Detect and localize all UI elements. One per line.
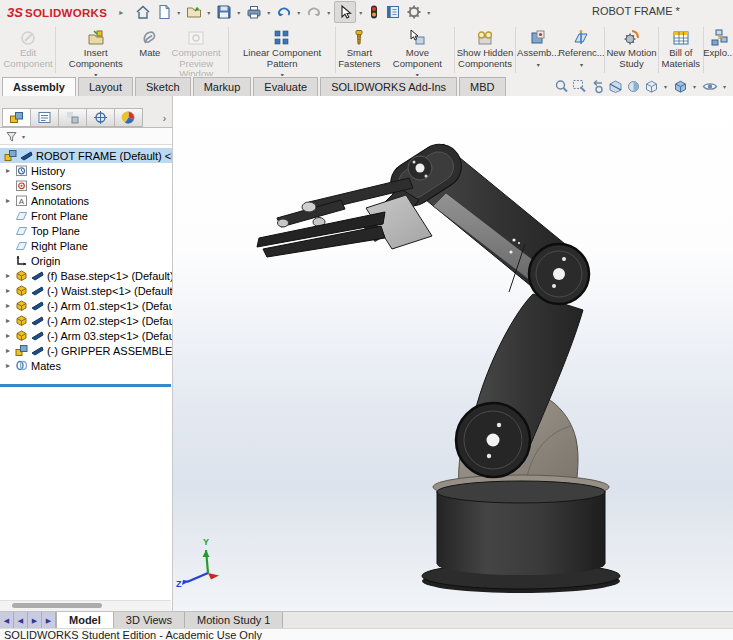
zoom-to-area-icon[interactable]: [572, 79, 587, 94]
tab-solidworks-add-ins[interactable]: SOLIDWORKS Add-Ins: [320, 77, 457, 96]
triad-y-label: Y: [203, 537, 209, 547]
ribbon-assembly-features[interactable]: Assemb... ▾: [517, 24, 559, 76]
print-icon[interactable]: [244, 2, 264, 22]
view-orientation-icon[interactable]: [644, 79, 659, 94]
ribbon-exploded-view[interactable]: Explo...: [705, 24, 733, 76]
redo-icon[interactable]: [304, 2, 324, 22]
tree-item-base[interactable]: ▸ (f) Base.step<1> (Default) <<: [0, 268, 172, 283]
new-document-icon[interactable]: [154, 2, 174, 22]
tree-item-origin[interactable]: Origin: [0, 253, 172, 268]
tab-mbd[interactable]: MBD: [459, 77, 505, 96]
zoom-to-fit-icon[interactable]: [554, 79, 569, 94]
ribbon-move-component[interactable]: Move Component ▾: [382, 24, 453, 76]
display-manager-tab[interactable]: [115, 108, 143, 127]
display-style-caret-icon[interactable]: ▾: [693, 83, 696, 90]
property-manager-tab[interactable]: [31, 108, 59, 127]
view-orientation-caret-icon[interactable]: ▾: [664, 83, 667, 90]
open-icon[interactable]: [184, 2, 204, 22]
edit-appearance-icon[interactable]: [626, 79, 641, 94]
open-caret-icon[interactable]: ▾: [207, 9, 210, 16]
print-caret-icon[interactable]: ▾: [267, 9, 270, 16]
select-caret-icon[interactable]: ▾: [359, 9, 362, 16]
save-caret-icon[interactable]: ▾: [237, 9, 240, 16]
appearance-target-icon[interactable]: [366, 2, 382, 22]
ribbon-reference-geometry[interactable]: Referenc... ▾: [559, 24, 603, 76]
first-sheet-button[interactable]: ◀: [0, 612, 14, 629]
graphics-viewport[interactable]: Y Z: [173, 96, 733, 611]
expand-arrow-icon[interactable]: ▸: [4, 361, 12, 370]
panel-expand-icon[interactable]: ›: [163, 110, 166, 127]
panel-splitter-bar[interactable]: [0, 384, 171, 387]
configuration-manager-tab[interactable]: [59, 108, 87, 127]
scrollbar-thumb[interactable]: [12, 603, 102, 608]
tree-item-arm-03[interactable]: ▸ (-) Arm 03.step<1> (Default): [0, 328, 172, 343]
undo-caret-icon[interactable]: ▾: [297, 9, 300, 16]
expand-arrow-icon[interactable]: ▸: [4, 286, 12, 295]
dimxpert-manager-tab[interactable]: [87, 108, 115, 127]
tree-item-annotations[interactable]: ▸ A Annotations: [0, 193, 172, 208]
panel-horizontal-scrollbar[interactable]: [0, 600, 171, 611]
tab-markup[interactable]: Markup: [193, 77, 252, 96]
menu-expand-icon[interactable]: ▸: [119, 8, 123, 17]
part-icon: [15, 314, 28, 327]
previous-sheet-button[interactable]: ◀: [14, 612, 28, 629]
tree-item-top-plane[interactable]: Top Plane: [0, 223, 172, 238]
options-caret-icon[interactable]: ▾: [427, 9, 430, 16]
command-manager-ribbon: Edit Component Insert Components ▾ Mate …: [0, 24, 733, 77]
tree-item-history[interactable]: ▸ History: [0, 163, 172, 178]
tree-item-arm-02[interactable]: ▸ (-) Arm 02.step<1> (Default): [0, 313, 172, 328]
tree-item-sensors[interactable]: Sensors: [0, 178, 172, 193]
tab-model[interactable]: Model: [56, 612, 114, 629]
assembly-features-caret-icon[interactable]: ▾: [537, 60, 540, 71]
hide-show-caret-icon[interactable]: ▾: [723, 83, 726, 90]
tree-item-root[interactable]: ROBOT FRAME (Default) <Displa: [0, 148, 172, 163]
expand-arrow-icon[interactable]: ▸: [4, 346, 12, 355]
undo-icon[interactable]: [274, 2, 294, 22]
tab-assembly[interactable]: Assembly: [2, 77, 76, 96]
tree-item-arm-01[interactable]: ▸ (-) Arm 01.step<1> (Default): [0, 298, 172, 313]
ribbon-show-hidden-components[interactable]: Show Hidden Components: [456, 24, 514, 76]
tree-item-front-plane[interactable]: Front Plane: [0, 208, 172, 223]
ribbon-edit-component[interactable]: Edit Component: [2, 24, 54, 76]
hide-show-items-icon[interactable]: [702, 79, 718, 94]
expand-arrow-icon[interactable]: ▸: [4, 196, 12, 205]
select-cursor-icon[interactable]: [334, 1, 356, 23]
previous-view-icon[interactable]: [590, 79, 605, 94]
expand-arrow-icon[interactable]: ▸: [4, 271, 12, 280]
tree-item-waist[interactable]: ▸ (-) Waist.step<1> (Default) <: [0, 283, 172, 298]
expand-arrow-icon[interactable]: ▸: [4, 316, 12, 325]
ribbon-linear-component-pattern[interactable]: Linear Component Pattern ▾: [230, 24, 334, 76]
ribbon-new-motion-study[interactable]: New Motion Study: [606, 24, 656, 76]
ribbon-bill-of-materials[interactable]: Bill of Materials: [660, 24, 702, 76]
expand-arrow-icon[interactable]: ▸: [4, 301, 12, 310]
ribbon-smart-fasteners[interactable]: Smart Fasteners: [337, 24, 381, 76]
ribbon-mate[interactable]: Mate: [134, 24, 165, 76]
tab-motion-study-1[interactable]: Motion Study 1: [185, 612, 283, 629]
tree-item-mates[interactable]: ▸ Mates: [0, 358, 172, 373]
ribbon-insert-components[interactable]: Insert Components ▾: [57, 24, 134, 76]
next-sheet-button[interactable]: ▶: [28, 612, 42, 629]
display-style-icon[interactable]: [673, 79, 688, 94]
tab-layout[interactable]: Layout: [78, 77, 133, 96]
reference-geometry-caret-icon[interactable]: ▾: [580, 60, 583, 71]
annotations-icon: A: [15, 194, 28, 207]
ribbon-component-preview-window[interactable]: Component Preview Window: [165, 24, 227, 76]
home-icon[interactable]: [133, 2, 153, 22]
subassembly-icon: [15, 344, 28, 357]
tree-item-gripper-assembled[interactable]: ▸ (-) GRIPPER ASSEMBLED<1>: [0, 343, 172, 358]
tree-item-right-plane[interactable]: Right Plane: [0, 238, 172, 253]
tab-3d-views[interactable]: 3D Views: [114, 612, 185, 629]
section-view-icon[interactable]: [608, 79, 623, 94]
tab-evaluate[interactable]: Evaluate: [253, 77, 318, 96]
redo-caret-icon[interactable]: ▾: [327, 9, 330, 16]
feature-manager-tab[interactable]: [2, 108, 31, 127]
options-gear-icon[interactable]: [404, 2, 424, 22]
expand-arrow-icon[interactable]: ▸: [4, 331, 12, 340]
tab-sketch[interactable]: Sketch: [135, 77, 191, 96]
last-sheet-button[interactable]: ▶: [42, 612, 56, 629]
tree-filter-row[interactable]: ▾: [0, 128, 172, 145]
task-pane-icon[interactable]: [383, 2, 403, 22]
new-caret-icon[interactable]: ▾: [177, 9, 180, 16]
expand-arrow-icon[interactable]: ▸: [4, 166, 12, 175]
save-icon[interactable]: [214, 2, 234, 22]
